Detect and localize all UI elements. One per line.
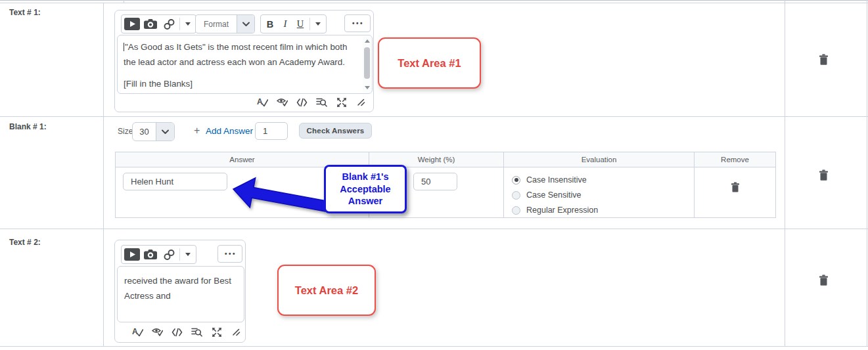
delete-blank1-trash-icon[interactable]	[819, 169, 829, 183]
resize-handle-icon[interactable]	[355, 97, 367, 108]
insert-options-dropdown[interactable]	[181, 247, 194, 262]
insert-stuff-button[interactable]	[123, 16, 141, 32]
resize-handle-icon[interactable]	[231, 326, 242, 338]
editor2-paragraph: received the award for Best Actress and	[124, 273, 235, 303]
toolbar-overflow-button[interactable]: •••	[344, 14, 371, 32]
divider	[124, 0, 124, 3]
underline-button[interactable]: U	[292, 16, 308, 32]
play-icon	[124, 18, 140, 30]
toolbar-separator	[179, 18, 180, 30]
radio-unselected-icon[interactable]	[512, 191, 520, 200]
link-icon	[163, 249, 175, 261]
scrollbar-thumb[interactable]	[364, 47, 370, 79]
evaluation-cell: Case Insensitive Case Sensitive Regular …	[503, 167, 694, 217]
editor1-paragraph: [Fill in the Blanks]	[124, 76, 355, 91]
accessibility-check-icon[interactable]: A	[257, 97, 268, 108]
text1-row-label: Text # 1:	[9, 8, 41, 17]
editor1-footer-toolbar: A	[257, 97, 367, 108]
scroll-up-icon[interactable]	[365, 39, 370, 43]
accessibility-check-icon[interactable]: A	[132, 326, 143, 338]
divider	[867, 0, 867, 346]
plus-icon: +	[194, 125, 200, 137]
insert-toolbar-group	[121, 245, 196, 264]
editor1-content-area[interactable]: "As Good as It Gets" is the most recent …	[117, 35, 373, 94]
preview-find-icon[interactable]	[191, 326, 202, 338]
radio-unselected-icon[interactable]	[512, 206, 520, 215]
toolbar-separator	[179, 248, 180, 261]
insert-options-dropdown[interactable]	[181, 16, 194, 32]
fullscreen-icon[interactable]	[211, 326, 222, 338]
text-cursor	[124, 43, 124, 51]
column-header-evaluation: Evaluation	[503, 152, 694, 167]
svg-text:A: A	[257, 97, 263, 106]
svg-text:A: A	[132, 327, 138, 336]
fill-in-blanks-question-editor: Text # 1: Blank # 1: Text # 2:	[0, 0, 868, 350]
fullscreen-icon[interactable]	[336, 97, 347, 108]
editor1-paragraph: "As Good as It Gets" is the most recent …	[124, 39, 355, 70]
preview-eye-icon[interactable]	[152, 326, 163, 338]
scroll-down-icon[interactable]	[365, 86, 370, 89]
toolbar-overflow-button[interactable]: •••	[217, 245, 242, 263]
answers-count-input[interactable]	[255, 122, 288, 140]
play-icon	[124, 248, 140, 261]
insert-stuff-button[interactable]	[123, 247, 141, 262]
answer-input[interactable]	[123, 173, 227, 190]
rich-text-editor-1: Format B I U ••• "As Good as It Gets" is…	[114, 10, 374, 112]
remove-answer-trash-icon[interactable]	[731, 182, 740, 195]
text-style-dropdown[interactable]	[311, 16, 325, 32]
check-answers-button[interactable]: Check Answers	[299, 123, 372, 139]
size-select[interactable]: 30	[132, 122, 175, 141]
format-select-value: Format	[196, 15, 237, 33]
blank1-answer-callout: Blank #1's Acceptable Answer	[324, 165, 407, 213]
rich-text-editor-2: ••• received the award for Best Actress …	[114, 240, 246, 343]
insert-image-button[interactable]	[141, 16, 160, 32]
text-style-toolbar-group: B I U	[260, 14, 327, 33]
caret-down-icon	[185, 22, 191, 26]
divider	[103, 3, 104, 346]
editor2-footer-toolbar: A	[132, 326, 242, 338]
radio-option[interactable]: Case Insensitive	[512, 174, 694, 186]
text-area-2-callout: Text Area #2	[277, 265, 376, 316]
caret-down-icon	[185, 253, 191, 256]
delete-text1-trash-icon[interactable]	[819, 54, 829, 68]
divider	[0, 3, 868, 3]
insert-image-button[interactable]	[141, 247, 160, 262]
chevron-down-icon	[156, 123, 174, 141]
link-icon	[163, 18, 175, 30]
radio-option[interactable]: Regular Expression	[512, 204, 694, 216]
divider	[0, 116, 868, 117]
preview-find-icon[interactable]	[316, 97, 327, 108]
answers-table: Answer Weight (%) Evaluation Remove Case…	[115, 152, 776, 218]
divider	[0, 0, 868, 1]
camera-icon	[144, 18, 157, 30]
column-header-remove: Remove	[694, 152, 775, 167]
text2-row-label: Text # 2:	[9, 238, 41, 247]
size-select-value: 30	[133, 123, 156, 141]
caret-down-icon	[315, 22, 321, 26]
weight-input[interactable]	[413, 173, 457, 190]
editor2-content-area[interactable]: received the award for Best Actress and	[117, 266, 244, 322]
divider	[0, 229, 868, 229]
radio-selected-icon[interactable]	[512, 176, 520, 185]
italic-button[interactable]: I	[278, 16, 292, 32]
blue-arrow	[230, 171, 330, 217]
bold-button[interactable]: B	[262, 16, 278, 32]
insert-link-button[interactable]	[160, 16, 178, 32]
html-source-icon[interactable]	[296, 97, 308, 108]
toolbar-separator	[309, 18, 310, 30]
answers-table-header: Answer Weight (%) Evaluation Remove	[116, 152, 775, 167]
radio-option[interactable]: Case Sensitive	[512, 189, 694, 201]
format-select[interactable]: Format	[195, 14, 255, 33]
text-area-1-callout: Text Area #1	[378, 37, 481, 89]
add-answer-button[interactable]: Add Answer	[206, 126, 253, 136]
camera-icon	[144, 249, 157, 260]
html-source-icon[interactable]	[171, 326, 183, 338]
insert-toolbar-group	[121, 14, 196, 33]
insert-link-button[interactable]	[160, 247, 178, 262]
remove-cell	[694, 167, 775, 217]
preview-eye-icon[interactable]	[277, 97, 288, 108]
divider	[785, 0, 785, 346]
delete-text2-trash-icon[interactable]	[819, 274, 829, 288]
editor-scrollbar[interactable]	[363, 36, 371, 93]
chevron-down-icon	[237, 15, 254, 33]
